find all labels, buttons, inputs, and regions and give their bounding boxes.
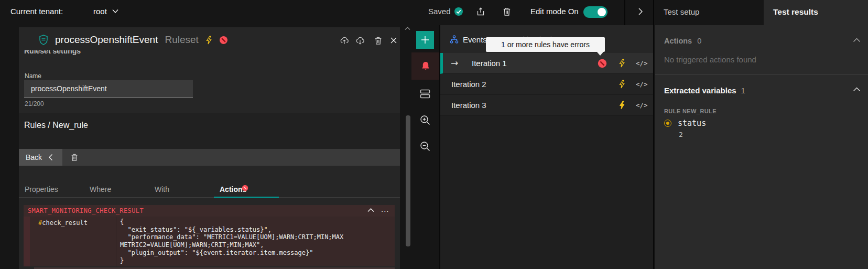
chevron-up-icon[interactable] <box>367 208 374 212</box>
saved-status: Saved <box>428 7 451 16</box>
flash-filled-icon[interactable] <box>619 101 625 110</box>
code-icon[interactable]: </> <box>636 59 648 67</box>
rule-toolbar: Back <box>19 149 400 166</box>
rules-section: Rules / New_rule <box>19 113 400 149</box>
iterator-icon <box>450 35 459 44</box>
edit-mode-label: Edit mode On <box>530 7 579 16</box>
tab-properties[interactable]: Properties <box>19 181 84 198</box>
tenant-value[interactable]: root <box>93 7 107 16</box>
delete-ruleset-icon[interactable] <box>373 36 383 45</box>
ruleset-dialog: processOpenshiftEvent Ruleset <box>19 27 400 269</box>
variable-name: status <box>678 119 706 128</box>
column-divider <box>116 217 116 266</box>
actions-section-header: Actions0 <box>664 37 701 45</box>
code-editor[interactable]: { "exit_status": "${_variables.status}",… <box>120 218 343 264</box>
test-results-panel: Actions0 No triggered actions found Extr… <box>655 25 868 269</box>
tab-test-setup-label: Test setup <box>664 7 699 16</box>
tab-where[interactable]: Where <box>84 181 149 198</box>
tab-test-results-label: Test results <box>773 7 818 17</box>
dialog-header: processOpenshiftEvent Ruleset <box>19 27 400 52</box>
action-block-body: #check_result { "exit_status": "${_varia… <box>24 217 395 266</box>
back-button[interactable]: Back <box>19 149 62 166</box>
chevron-left-icon <box>48 154 53 161</box>
variable-row: status <box>664 119 706 128</box>
tenant-label: Current tenant: <box>10 7 63 16</box>
export-icon[interactable] <box>476 7 485 16</box>
notification-bell-icon[interactable] <box>411 52 439 80</box>
actions-count: 0 <box>697 37 701 45</box>
name-field-label: Name <box>25 72 41 80</box>
chevron-down-icon[interactable] <box>112 9 118 14</box>
toggle-knob <box>598 8 606 16</box>
field-label: #check_result <box>38 219 88 227</box>
variable-value: 2 <box>679 131 683 138</box>
tab-test-setup[interactable]: Test setup <box>654 0 764 25</box>
zoom-in-icon[interactable] <box>419 114 431 126</box>
scrollbar-thumb[interactable] <box>406 115 410 246</box>
dialog-title: processOpenshiftEvent <box>55 34 158 46</box>
scrollbar-up-icon[interactable] <box>405 26 410 30</box>
chevron-right-icon[interactable] <box>632 7 649 16</box>
variable-radio[interactable] <box>664 120 671 127</box>
rows-icon[interactable] <box>419 88 431 100</box>
actions-empty-state: No triggered actions found <box>664 55 756 64</box>
side-toolbar <box>411 25 440 269</box>
rule-group-label: RULE NEW_RULE <box>664 108 717 114</box>
edit-mode-toggle[interactable] <box>583 6 607 18</box>
dialog-title-row: processOpenshiftEvent Ruleset <box>39 27 228 52</box>
app-root: Current tenant: root Saved Edit mode On … <box>0 0 868 269</box>
rule-tabs: Properties Where With Actions <box>19 181 400 198</box>
iteration-row-2[interactable]: Iteration 2 </> <box>440 74 654 95</box>
tab-with[interactable]: With <box>149 181 214 198</box>
error-tooltip: 1 or more rules have errors <box>486 37 605 52</box>
variables-section-header: Extracted variables1 <box>664 86 745 95</box>
code-icon[interactable]: </> <box>636 80 648 88</box>
action-block-check-result: SMART_MONITORING_CHECK_RESULT ... #check… <box>24 205 395 266</box>
ruleset-settings-heading: Ruleset settings <box>24 50 139 57</box>
code-icon[interactable]: </> <box>636 101 648 109</box>
flash-outline-icon[interactable] <box>619 80 625 89</box>
tab-test-results[interactable]: Test results <box>764 0 868 25</box>
delete-rule-icon[interactable] <box>70 153 79 162</box>
breadcrumb: Rules / New_rule <box>24 121 88 130</box>
iteration-row-1[interactable]: → Iteration 1 </> <box>440 53 654 74</box>
check-filled-icon <box>454 7 463 16</box>
variables-count: 1 <box>741 86 745 95</box>
flash-outline-icon[interactable] <box>619 59 625 68</box>
action-block-title: SMART_MONITORING_CHECK_RESULT <box>28 207 144 214</box>
section-divider <box>655 74 868 75</box>
tooltip-caret <box>596 51 604 56</box>
flash-warning-icon <box>205 36 212 45</box>
chevron-up-icon[interactable] <box>853 87 861 92</box>
error-stripe <box>24 217 30 266</box>
name-input[interactable] <box>24 80 193 98</box>
action-block-header[interactable]: SMART_MONITORING_CHECK_RESULT ... <box>24 205 395 217</box>
cloud-upload-icon[interactable] <box>340 36 349 45</box>
trash-icon[interactable] <box>502 7 512 16</box>
zoom-out-icon[interactable] <box>419 141 431 152</box>
topbar-divider <box>624 0 625 25</box>
current-iteration-arrow-icon: → <box>451 58 458 68</box>
error-misuse-icon <box>242 185 248 191</box>
name-char-counter: 21/200 <box>25 100 44 107</box>
close-icon[interactable] <box>389 36 398 45</box>
ruleset-shield-icon <box>39 35 48 45</box>
dialog-subtitle: Ruleset <box>165 34 198 46</box>
events-panel: Events generated by the iterator → Itera… <box>440 25 654 269</box>
iteration-row-3[interactable]: Iteration 3 </> <box>440 95 654 116</box>
error-misuse-icon <box>598 59 607 68</box>
add-button[interactable] <box>416 31 434 49</box>
tab-actions[interactable]: Actions <box>214 181 279 198</box>
chevron-up-icon[interactable] <box>853 38 861 42</box>
cloud-download-icon[interactable] <box>355 36 365 45</box>
overflow-menu-icon[interactable]: ... <box>381 205 389 213</box>
error-misuse-icon <box>219 36 228 45</box>
